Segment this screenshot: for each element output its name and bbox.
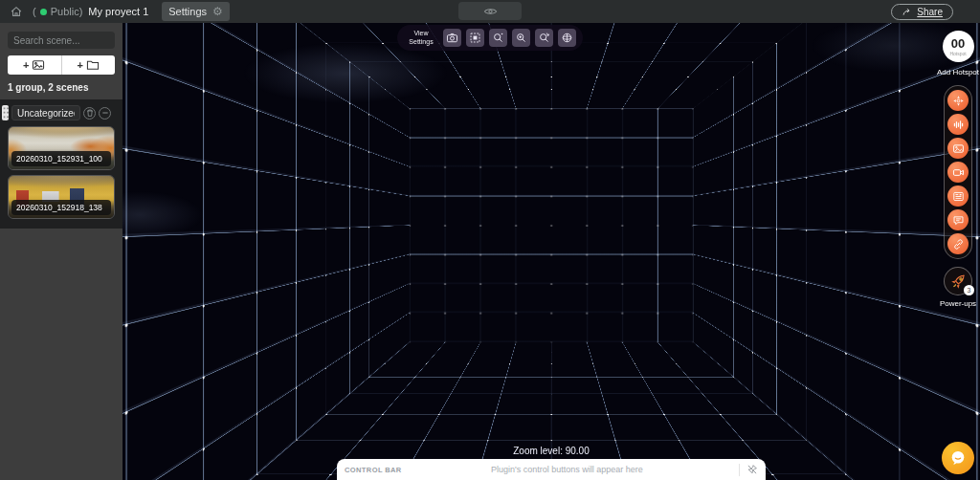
public-status-dot [40,9,47,15]
powerups-badge: 3 [964,285,974,295]
zoom-dot-icon [492,32,504,44]
add-text-hotspot-button[interactable] [947,209,969,230]
home-button[interactable] [10,5,23,18]
powerups-button[interactable]: 3 [944,267,972,295]
add-group-button[interactable]: + [61,55,116,75]
screenshot-frame-button[interactable] [466,29,484,47]
add-bar: + + [8,55,115,75]
camera-icon [446,32,458,44]
plus-sign: + [23,59,29,71]
scene-group: 20260310_152931_100 20260310_152918_138 [0,99,122,229]
add-article-hotspot-button[interactable] [947,185,969,207]
scene-sidebar: + + 1 group, 2 scenes [0,23,122,480]
video-hotspot-icon [952,166,965,179]
add-hotspot-label: Add Hotspot [937,68,979,76]
scene-label: 20260310_152918_138 [11,200,111,215]
scenes-summary: 1 group, 2 scenes [8,82,115,93]
hotspot-rail: 00 Hotspot Add Hotspot [941,31,975,308]
group-header [2,104,119,121]
control-bar-placeholder: Plugin's control buttons will appear her… [402,465,732,474]
trash-icon [86,109,94,117]
scene-card-1[interactable]: 20260310_152931_100 [8,126,115,170]
text-hotspot-icon [952,214,965,227]
group-name-input[interactable] [11,105,80,120]
plus-sign: + [78,59,83,71]
point-hotspot-icon [952,95,965,107]
home-icon [10,5,23,18]
add-link-hotspot-button[interactable] [947,233,969,254]
zoom-dot-button[interactable] [489,29,507,47]
project-name: My proyect 1 [88,6,148,17]
unpin-control-bar-button[interactable] [746,464,758,475]
folder-icon [86,59,100,71]
share-button[interactable]: Share [891,4,953,20]
zoom-in-icon [515,32,527,44]
visibility-label: Public) [51,6,83,17]
control-bar-title: CONTROL BAR [345,466,402,474]
image-icon [32,59,45,71]
tab-settings[interactable]: Settings ⚙ [162,2,230,21]
zoom-reset-icon [538,32,550,44]
grid-back-wall [410,109,693,342]
settings-tab-label: Settings [168,6,207,17]
image-hotspot-icon [952,142,965,155]
search-scene-input[interactable] [8,32,115,49]
hotspot-count: 00 [951,37,965,50]
zoom-reset-button[interactable] [535,29,553,47]
control-bar: CONTROL BAR Plugin's control buttons wil… [337,459,766,480]
add-audio-hotspot-button[interactable] [947,114,969,135]
camera-capture-button[interactable] [443,29,461,47]
grid-room-scene [122,23,980,480]
topbar: (Public) My proyect 1 Settings ⚙ Share [0,0,980,23]
hotspot-count-caption: Hotspot [949,51,966,56]
share-icon [902,7,912,17]
delete-group-button[interactable] [83,107,96,120]
link-hotspot-icon [952,238,965,251]
collapse-group-button[interactable] [99,107,111,120]
gear-icon: ⚙ [212,6,223,17]
chat-button[interactable] [942,442,974,474]
drag-handle[interactable] [2,105,9,120]
project-title: (Public) My proyect 1 [33,6,148,17]
little-planet-button[interactable] [558,29,576,47]
share-label: Share [917,7,943,17]
add-video-hotspot-button[interactable] [947,162,969,183]
hotspot-tools [944,85,972,259]
pin-slash-icon [746,464,758,475]
chat-icon [948,448,968,468]
powerups-label: Power-ups [940,299,976,308]
panorama-viewport[interactable]: View Settings [122,23,980,480]
view-settings-button[interactable]: View Settings [404,30,438,47]
zoom-level-label: Zoom level: 90.00 [513,446,590,456]
view-settings-toolbar: View Settings [397,25,583,51]
add-image-hotspot-button[interactable] [947,138,969,159]
minus-icon [101,109,109,117]
hotspot-count-circle[interactable]: 00 Hotspot [943,31,974,62]
add-point-hotspot-button[interactable] [947,90,969,111]
scene-label: 20260310_152931_100 [11,151,111,166]
little-planet-icon [561,32,573,44]
screenshot-frame-icon [469,32,481,44]
visibility-paren: ( [33,6,36,17]
zoom-in-button[interactable] [512,29,530,47]
eye-icon [483,6,498,17]
preview-toggle-tab[interactable] [458,2,522,20]
article-hotspot-icon [952,190,965,203]
control-bar-divider [739,464,740,476]
scene-card-2[interactable]: 20260310_152918_138 [8,175,115,219]
audio-hotspot-icon [952,119,965,131]
add-scene-button[interactable]: + [8,55,61,75]
